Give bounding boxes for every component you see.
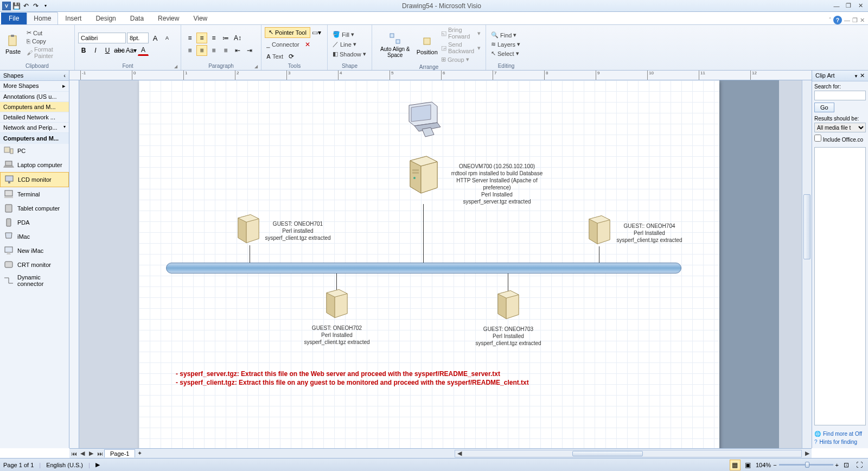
save-icon[interactable]: 💾	[12, 2, 21, 10]
shape-tablet[interactable]: Tablet computer	[0, 201, 69, 215]
page1-tab[interactable]: Page-1	[104, 449, 135, 457]
align-right-icon[interactable]: ≡	[208, 45, 219, 56]
tab-data[interactable]: Data	[123, 12, 151, 24]
shape-crt[interactable]: CRT monitor	[0, 258, 69, 272]
align-center-icon[interactable]: ≡	[196, 45, 207, 56]
guest704-text[interactable]: GUEST:: ONEOH704 Perl Installed sysperf_…	[614, 222, 685, 244]
shape-bus[interactable]	[166, 263, 681, 273]
minimize-icon[interactable]: —	[831, 2, 842, 10]
include-office-checkbox[interactable]	[814, 135, 821, 142]
find-button[interactable]: 🔍Find▾	[489, 31, 522, 39]
send-backward-button[interactable]: ◲Send Backward▾	[439, 41, 482, 55]
first-page-icon[interactable]: ⏮	[69, 450, 78, 457]
bring-forward-button[interactable]: ◱Bring Forward▾	[439, 26, 482, 40]
strike-icon[interactable]: abc	[114, 45, 125, 56]
fill-button[interactable]: 🪣Fill▾	[331, 30, 368, 39]
conn-701[interactable]	[250, 245, 250, 263]
copy-button[interactable]: ⎘Copy	[25, 37, 71, 45]
font-dialog-icon[interactable]: ◢	[174, 64, 177, 69]
find-more-link[interactable]: 🌐Find more at Off	[814, 430, 866, 438]
scrollbar-thumb[interactable]	[803, 194, 810, 259]
guest701-text[interactable]: GUEST: ONEOH701 Perl installed sysperf_c…	[263, 220, 333, 241]
canvas[interactable]: ONEOVM700 (10.250.102.100) rrdtool rpm i…	[79, 80, 812, 448]
zoom-slider[interactable]	[779, 464, 833, 466]
more-shapes-item[interactable]: More Shapes▸	[0, 81, 69, 92]
shape-imac[interactable]: iMac	[0, 230, 69, 244]
shape-terminal[interactable]: Terminal	[0, 187, 69, 201]
dedent-icon[interactable]: ⇤	[232, 45, 243, 56]
close-icon[interactable]: ✕	[855, 2, 866, 10]
view-normal-icon[interactable]: ▦	[730, 460, 741, 470]
fullscreen-icon[interactable]: ⛶	[854, 460, 865, 470]
format-painter-button[interactable]: 🖌Format Painter	[25, 46, 71, 60]
shapes-collapse-icon[interactable]: ‹	[63, 72, 66, 79]
media-type-select[interactable]: All media file t	[814, 123, 866, 132]
zoom-level[interactable]: 104%	[756, 462, 771, 468]
shape-guest701[interactable]	[234, 214, 263, 246]
new-page-icon[interactable]: ✦	[135, 450, 144, 457]
connector-button[interactable]: ⎯Connector	[265, 39, 301, 50]
help-icon[interactable]: ?	[833, 16, 842, 24]
tab-insert[interactable]: Insert	[58, 12, 88, 24]
connection-point-icon[interactable]: ✕	[302, 39, 313, 50]
ribbon-help-caret-icon[interactable]: ˆ	[829, 17, 831, 23]
font-size-input[interactable]	[127, 33, 149, 43]
zoom-in-icon[interactable]: +	[835, 462, 839, 468]
stencil-annotations[interactable]: Annotations (US u...	[0, 92, 69, 102]
align-bottom-icon[interactable]: ≡	[208, 33, 219, 43]
doc-close-icon[interactable]: ✕	[860, 17, 865, 24]
stencil-detailed[interactable]: Detailed Network ...	[0, 112, 69, 123]
conn-main[interactable]	[423, 204, 424, 263]
grow-font-icon[interactable]: A	[150, 33, 161, 43]
guest703-text[interactable]: GUEST: ONEOH703 Perl Installed sysperf_c…	[473, 326, 544, 347]
align-middle-icon[interactable]: ≡	[196, 33, 207, 43]
font-name-input[interactable]	[78, 33, 126, 43]
rotate-text-icon[interactable]: ⟳	[286, 51, 297, 62]
shape-connector[interactable]: Dynamic connector	[0, 272, 69, 289]
file-tab[interactable]: File	[1, 12, 27, 24]
stencil-computers[interactable]: Computers and M...	[0, 102, 69, 112]
indent-icon[interactable]: ⇥	[244, 45, 255, 56]
shape-laptop[interactable]: Laptop computer	[0, 158, 69, 172]
layers-button[interactable]: ≋Layers▾	[489, 40, 522, 48]
shape-guest703[interactable]	[494, 290, 523, 322]
drawing-page[interactable]: ONEOVM700 (10.250.102.100) rrdtool rpm i…	[139, 80, 719, 448]
clipart-close-icon[interactable]: ✕	[860, 72, 865, 79]
fit-page-icon[interactable]: ⊡	[841, 460, 852, 470]
autoalign-button[interactable]: Auto Align & Space	[375, 31, 414, 59]
scroll-right-icon[interactable]: ▶	[803, 450, 812, 457]
restore-icon[interactable]: ❐	[843, 2, 854, 10]
doc-minimize-icon[interactable]: —	[844, 17, 850, 23]
hints-link[interactable]: ?Hints for finding	[814, 438, 866, 446]
cut-button[interactable]: ✂Cut	[25, 29, 71, 37]
conn-704[interactable]	[599, 246, 599, 263]
guest702-text[interactable]: GUEST: ONEOH702 Perl Installed sysperf_c…	[302, 324, 372, 346]
note-2[interactable]: - sysperf_client.tgz: Extract this file …	[176, 379, 529, 386]
prev-page-icon[interactable]: ◀	[78, 450, 87, 457]
shadow-button[interactable]: ◧Shadow▾	[331, 50, 368, 58]
shape-lcd[interactable]: LCD monitor	[0, 172, 69, 187]
align-left-icon[interactable]: ≡	[184, 45, 195, 56]
shape-pda[interactable]: PDA	[0, 215, 69, 230]
server-main-text[interactable]: ONEOVM700 (10.250.102.100) rrdtool rpm i…	[448, 163, 546, 205]
font-color-icon[interactable]: A	[138, 45, 149, 56]
line-button[interactable]: ／Line▾	[331, 40, 368, 49]
tab-home[interactable]: Home	[27, 12, 58, 24]
stencil-network[interactable]: Network and Perip...▾	[0, 123, 69, 133]
view-full-icon[interactable]: ▣	[743, 460, 754, 470]
redo-icon[interactable]: ↷	[31, 2, 40, 10]
select-button[interactable]: ↖Select▾	[489, 49, 522, 58]
shape-guest704[interactable]	[585, 215, 614, 247]
zoom-out-icon[interactable]: −	[773, 462, 776, 468]
scroll-left-icon[interactable]: ◀	[455, 450, 464, 457]
shape-server-main[interactable]	[405, 155, 443, 198]
last-page-icon[interactable]: ⏭	[95, 450, 104, 457]
search-input[interactable]	[814, 91, 866, 100]
italic-icon[interactable]: I	[90, 45, 101, 56]
zoom-thumb[interactable]	[805, 462, 809, 468]
hscroll-thumb[interactable]	[572, 451, 643, 456]
tab-view[interactable]: View	[186, 12, 214, 24]
go-button[interactable]: Go	[814, 103, 834, 112]
bold-icon[interactable]: B	[78, 45, 89, 56]
paste-button[interactable]: Paste	[3, 33, 23, 56]
